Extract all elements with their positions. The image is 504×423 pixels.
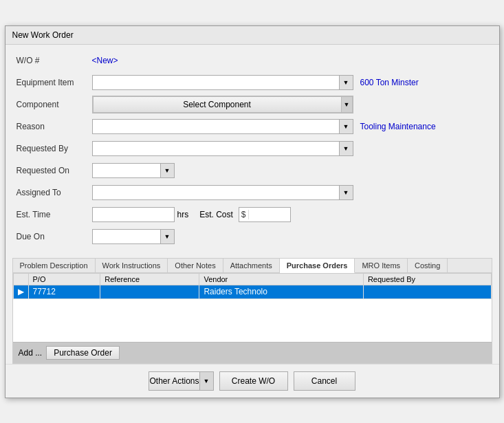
- po-table-area: P/O Reference Vendor Requested By ▶ 7771…: [13, 273, 492, 342]
- tab-work-instructions[interactable]: Work Instructions: [96, 259, 168, 272]
- po-table: P/O Reference Vendor Requested By ▶ 7771…: [13, 273, 492, 299]
- requested-by-input[interactable]: Hailey Brocker: [93, 142, 339, 155]
- col-reference: Reference: [100, 273, 199, 285]
- equipment-dropdown-btn[interactable]: ▼: [339, 76, 353, 89]
- reason-combo[interactable]: 10 ▼: [92, 119, 353, 134]
- est-cost-input[interactable]: 0.00: [249, 209, 290, 220]
- vendor-cell: Raiders Technolo: [199, 285, 363, 299]
- form-area: W/O # <New> Equipment Item E 000001 ▼ 60…: [6, 45, 499, 254]
- col-vendor: Vendor: [199, 273, 363, 285]
- due-on-date: ▼: [92, 229, 175, 244]
- reference-cell: [100, 285, 199, 299]
- wo-label: W/O #: [17, 56, 92, 65]
- create-wo-button[interactable]: Create W/O: [219, 371, 288, 391]
- reason-label: Reason: [17, 122, 92, 131]
- assigned-to-row: Assigned To ▼: [17, 184, 488, 202]
- new-work-order-dialog: New Work Order W/O # <New> Equipment Ite…: [5, 25, 500, 398]
- est-row: Est. Time 0.00 hrs Est. Cost $ 0.00: [17, 206, 488, 224]
- due-on-label: Due On: [17, 232, 92, 241]
- tab-other-notes[interactable]: Other Notes: [168, 259, 223, 272]
- requested-on-input[interactable]: 2019-04-02: [92, 163, 161, 178]
- table-row[interactable]: ▶ 77712 Raiders Technolo: [13, 285, 491, 299]
- po-table-header: P/O Reference Vendor Requested By: [13, 273, 491, 285]
- tab-problem-description[interactable]: Problem Description: [13, 259, 96, 272]
- requested-by-row: Requested By Hailey Brocker ▼: [17, 140, 488, 158]
- tabs-header: Problem Description Work Instructions Ot…: [13, 259, 492, 273]
- equipment-row: Equipment Item E 000001 ▼ 600 Ton Minste…: [17, 74, 488, 91]
- tab-mro-items[interactable]: MRO Items: [355, 259, 408, 272]
- requested-on-calendar-btn[interactable]: ▼: [161, 163, 175, 178]
- component-label: Component: [17, 100, 92, 109]
- select-component-button[interactable]: Select Component ▼: [92, 96, 353, 113]
- requested-by-cell: [363, 285, 491, 299]
- cancel-button[interactable]: Cancel: [294, 371, 355, 391]
- other-actions-label: Other Actions: [149, 376, 199, 386]
- requested-by-combo[interactable]: Hailey Brocker ▼: [92, 141, 353, 156]
- equipment-hint: 600 Ton Minster: [360, 78, 419, 87]
- wo-value: <New>: [92, 56, 118, 65]
- due-on-row: Due On ▼: [17, 228, 488, 246]
- add-bar: Add ... Purchase Order: [13, 342, 492, 363]
- other-actions-button[interactable]: Other Actions ▼: [149, 371, 213, 391]
- row-arrow-icon: ▶: [13, 285, 28, 299]
- bottom-bar: Other Actions ▼ Create W/O Cancel: [6, 364, 499, 398]
- component-dropdown-btn[interactable]: ▼: [341, 97, 352, 112]
- dialog-title: New Work Order: [6, 26, 499, 45]
- col-requested-by: Requested By: [363, 273, 491, 285]
- est-time-unit: hrs: [177, 210, 189, 219]
- reason-row: Reason 10 ▼ Tooling Maintenance: [17, 118, 488, 135]
- equipment-label: Equipment Item: [17, 78, 92, 87]
- due-on-input[interactable]: [92, 229, 161, 244]
- reason-hint: Tooling Maintenance: [360, 122, 436, 131]
- equipment-input[interactable]: E 000001: [93, 76, 339, 89]
- dollar-sign: $: [239, 210, 249, 219]
- est-time-combo[interactable]: 0.00: [92, 207, 175, 222]
- assigned-to-label: Assigned To: [17, 188, 92, 197]
- reason-input[interactable]: 10: [93, 120, 339, 133]
- requested-on-label: Requested On: [17, 166, 92, 175]
- est-time-label: Est. Time: [17, 210, 92, 219]
- reason-dropdown-btn[interactable]: ▼: [339, 120, 353, 133]
- col-po: P/O: [28, 273, 100, 285]
- est-cost-label: Est. Cost: [199, 210, 233, 219]
- component-btn-label: Select Component: [94, 97, 341, 112]
- assigned-to-dropdown-btn[interactable]: ▼: [339, 186, 353, 199]
- equipment-combo[interactable]: E 000001 ▼: [92, 75, 353, 90]
- est-cost-input-group: $ 0.00: [239, 207, 291, 222]
- component-row: Component Select Component ▼: [17, 96, 488, 113]
- add-link[interactable]: Add ...: [19, 348, 43, 358]
- requested-on-date: 2019-04-02 ▼: [92, 163, 175, 178]
- wo-row: W/O # <New>: [17, 52, 488, 69]
- other-actions-dropdown-icon: ▼: [199, 372, 213, 390]
- requested-on-row: Requested On 2019-04-02 ▼: [17, 162, 488, 180]
- due-on-calendar-btn[interactable]: ▼: [161, 229, 175, 244]
- add-purchase-order-button[interactable]: Purchase Order: [46, 346, 120, 360]
- col-arrow: [13, 273, 28, 285]
- tabs-container: Problem Description Work Instructions Ot…: [12, 258, 492, 364]
- requested-by-dropdown-btn[interactable]: ▼: [339, 142, 353, 155]
- po-number-cell: 77712: [28, 285, 100, 299]
- requested-by-label: Requested By: [17, 144, 92, 153]
- tab-purchase-orders[interactable]: Purchase Orders: [280, 259, 355, 273]
- assigned-to-input[interactable]: [93, 186, 339, 199]
- assigned-to-combo[interactable]: ▼: [92, 185, 353, 200]
- tab-attachments[interactable]: Attachments: [223, 259, 280, 272]
- tab-costing[interactable]: Costing: [408, 259, 448, 272]
